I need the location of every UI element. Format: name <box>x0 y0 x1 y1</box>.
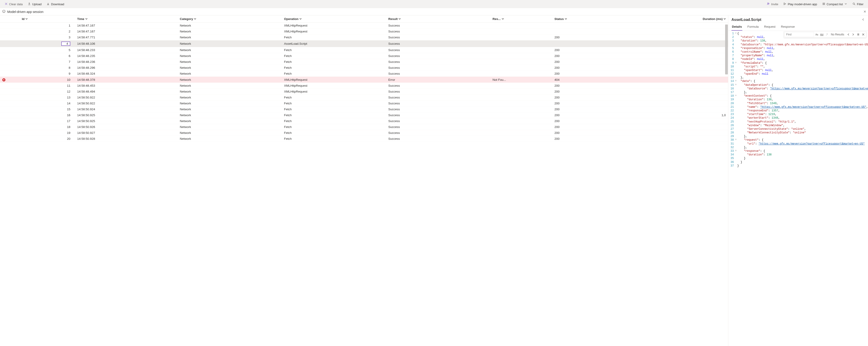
upload-label: Upload <box>32 2 41 6</box>
clear-data-button[interactable]: Clear data <box>2 1 25 7</box>
col-operation[interactable]: Operation <box>282 16 386 23</box>
tab-details[interactable]: Details <box>732 23 742 31</box>
table-row[interactable]: 914:58:48.324NetworkFetchSuccess200 <box>0 71 728 77</box>
match-case-button[interactable]: Aa <box>814 32 819 37</box>
table-row[interactable]: 2014:58:50.928NetworkFetchSuccess200 <box>0 136 728 142</box>
session-bar: Model-driven app session <box>0 8 868 16</box>
tab-request[interactable]: Request <box>764 23 776 31</box>
chevron-down-icon <box>399 17 401 21</box>
clear-data-label: Clear data <box>9 2 23 6</box>
chevron-down-icon <box>502 17 504 21</box>
play-app-button[interactable]: Play model-driven app <box>781 1 819 7</box>
col-category[interactable]: Category <box>178 16 282 23</box>
detail-title: AssetLoad.Script <box>732 18 762 22</box>
col-time[interactable]: Time <box>75 16 177 23</box>
chevron-down-icon <box>723 17 726 21</box>
table-row[interactable]: 1614:58:50.925NetworkFetchSuccess2001,0 <box>0 112 728 118</box>
person-icon <box>767 2 770 6</box>
find-close-button[interactable] <box>861 32 866 37</box>
table-row[interactable]: 1814:58:50.926NetworkFetchSuccess200 <box>0 124 728 130</box>
play-label: Play model-driven app <box>788 2 817 6</box>
tab-response[interactable]: Response <box>780 23 795 31</box>
col-result-msg[interactable]: Res... <box>490 16 552 23</box>
session-close-button[interactable] <box>864 10 866 13</box>
chevron-down-icon <box>844 2 847 6</box>
whole-word-button[interactable]: Abl <box>819 32 824 37</box>
download-icon <box>46 2 50 6</box>
download-button[interactable]: Download <box>44 1 66 7</box>
play-icon <box>783 2 786 6</box>
events-table: Id Time Category Operation Result Res...… <box>0 16 728 142</box>
find-results-label: No Results <box>830 33 845 36</box>
table-row[interactable]: 414:58:48.106NetworkAssetLoad.ScriptSucc… <box>0 40 728 47</box>
col-status[interactable]: Status <box>552 16 630 23</box>
table-row[interactable]: 1514:58:50.924NetworkFetchSuccess200 <box>0 107 728 112</box>
table-row[interactable]: 1114:58:48.453NetworkXMLHttpRequestSucce… <box>0 83 728 89</box>
filter-button[interactable]: Filter <box>850 1 866 7</box>
col-id[interactable]: Id <box>20 16 75 23</box>
table-row[interactable]: 514:58:48.233NetworkFetchSuccess200 <box>0 47 728 53</box>
regex-button[interactable]: .* <box>825 32 829 37</box>
expand-button[interactable] <box>862 18 865 22</box>
upload-icon <box>28 2 31 6</box>
find-bar: Aa Abl .* No Results <box>784 31 866 38</box>
close-icon <box>4 2 8 6</box>
scrollbar-thumb[interactable] <box>725 25 728 75</box>
find-input[interactable] <box>784 32 814 37</box>
toolbar: Clear data Upload Download Invite Play m… <box>0 0 868 8</box>
chevron-down-icon <box>25 17 28 21</box>
invite-label: Invite <box>771 2 778 6</box>
compact-list-button[interactable]: Compact list <box>820 1 850 7</box>
table-row[interactable]: 1314:58:50.922NetworkFetchSuccess200 <box>0 95 728 100</box>
invite-button[interactable]: Invite <box>764 1 780 7</box>
table-row[interactable]: 614:58:48.235NetworkFetchSuccess200 <box>0 53 728 59</box>
table-row[interactable]: 1214:58:48.494NetworkXMLHttpRequestSucce… <box>0 89 728 95</box>
table-row[interactable]: 1414:58:50.922NetworkFetchSuccess200 <box>0 100 728 107</box>
svg-point-1 <box>853 3 855 4</box>
chevron-down-icon <box>85 17 88 21</box>
filter-label: Filter <box>857 2 864 6</box>
chevron-down-icon <box>300 17 302 21</box>
chevron-down-icon <box>565 17 567 21</box>
col-result[interactable]: Result <box>386 16 490 23</box>
error-icon: ✕ <box>2 78 5 82</box>
chevron-down-icon <box>194 17 196 21</box>
compact-label: Compact list <box>827 2 843 6</box>
table-row[interactable]: 714:58:48.236NetworkFetchSuccess200 <box>0 59 728 65</box>
info-icon <box>2 10 5 13</box>
json-editor[interactable]: 1234567891011121314151617181920212223242… <box>728 31 868 169</box>
upload-button[interactable]: Upload <box>25 1 44 7</box>
col-duration[interactable]: Duration (ms) <box>630 16 728 23</box>
tab-formula[interactable]: Formula <box>747 23 759 31</box>
list-icon <box>822 2 825 6</box>
find-prev-button[interactable] <box>846 32 850 37</box>
table-row[interactable]: 114:58:47.167NetworkXMLHttpRequestSucces… <box>0 23 728 29</box>
find-in-selection-button[interactable] <box>856 32 861 37</box>
session-title: Model-driven app session <box>7 10 43 13</box>
table-row[interactable]: 814:58:48.296NetworkFetchSuccess200 <box>0 65 728 71</box>
search-icon <box>852 2 856 6</box>
find-next-button[interactable] <box>851 32 856 37</box>
download-label: Download <box>51 2 64 6</box>
table-row[interactable]: 1714:58:50.925NetworkFetchSuccess200 <box>0 118 728 124</box>
svg-point-0 <box>768 3 769 4</box>
table-row[interactable]: 1914:58:50.927NetworkFetchSuccess200 <box>0 130 728 136</box>
table-row[interactable]: 214:58:47.167NetworkXMLHttpRequestSucces… <box>0 29 728 34</box>
table-row[interactable]: ✕1014:58:48.378NetworkXMLHttpRequestErro… <box>0 77 728 83</box>
table-row[interactable]: 314:58:47.771NetworkFetchSuccess200 <box>0 34 728 40</box>
